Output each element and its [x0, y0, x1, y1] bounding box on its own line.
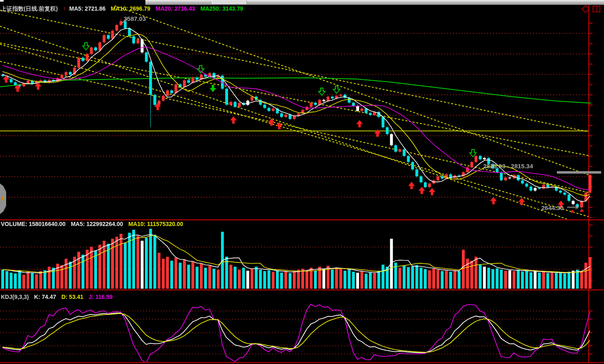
volume-pane-header: VOLUME: 158016640.00 MA5: 122992264.00 M…: [1, 221, 187, 227]
scrollbar-corner: [0, 0, 4, 2]
scrollbar-thumb[interactable]: [212, 0, 247, 4]
peak-price-label: 3587.03: [124, 15, 146, 22]
window-restore-icon[interactable]: [593, 6, 600, 12]
ma250-value: MA250: 3143.79: [200, 5, 243, 12]
expand-right-arrow-icon: [1, 196, 5, 201]
app-window: 上证指数(日线.前复权) ↑ MA5: 2721.86 MA10: 2696.7…: [0, 0, 604, 364]
chart-canvas[interactable]: [0, 0, 604, 364]
volume-value: VOLUME: 158016640.00: [1, 221, 66, 227]
price-pane-header: 上证指数(日线.前复权) ↑ MA5: 2721.86 MA10: 2696.7…: [1, 5, 247, 13]
kdj-j-value: J: 116.59: [89, 294, 113, 300]
kdj-indicator-name: KDJ(9,3,3): [1, 294, 29, 300]
scrollbar-track[interactable]: [145, 0, 604, 5]
kdj-k-value: K: 74.47: [34, 294, 56, 300]
volume-ma10-value: MA10: 111575320.00: [128, 221, 183, 227]
ma20-value: MA20: 2716.43: [156, 5, 195, 12]
volume-ma5-value: MA5: 122992264.00: [71, 221, 123, 227]
ma10-value: MA10: 2696.79: [111, 5, 151, 12]
top-scrollbar[interactable]: [0, 0, 604, 5]
window-restore-icon-bar: [597, 7, 597, 11]
symbol-title: 上证指数(日线.前复权): [1, 5, 58, 12]
diamond-icon[interactable]: [581, 5, 590, 13]
up-arrow-icon: ↑: [63, 5, 66, 12]
kdj-d-value: D: 53.41: [61, 294, 84, 300]
ma5-value: MA5: 2721.86: [69, 5, 106, 12]
kdj-pane-header: KDJ(9,3,3) K: 74.47 D: 53.41 J: 116.59: [1, 294, 116, 300]
gap-zone-label: 2823.93 - 2815.34: [483, 163, 533, 170]
low-price-label: 2644.30: [541, 204, 563, 211]
titlebar-buttons: [581, 5, 604, 15]
